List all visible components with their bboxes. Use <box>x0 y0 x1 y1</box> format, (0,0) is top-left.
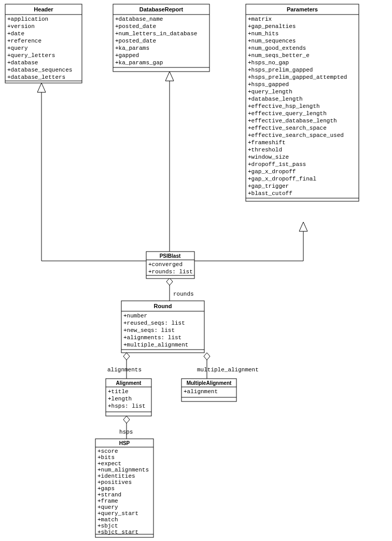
svg-text:DatabaseReport: DatabaseReport <box>139 6 184 12</box>
class-psiblast: PSIBlast +converged +rounds: list <box>146 252 194 279</box>
svg-text:+alignments: list: +alignments: list <box>123 335 181 341</box>
svg-text:+frameshift: +frameshift <box>248 140 286 146</box>
svg-text:+query: +query <box>7 45 28 51</box>
svg-marker-3 <box>166 278 173 285</box>
svg-text:+version: +version <box>7 23 35 30</box>
svg-text:+posted_date: +posted_date <box>115 23 156 30</box>
svg-marker-0 <box>37 83 46 92</box>
svg-text:+hsps_no_gap: +hsps_no_gap <box>248 60 289 66</box>
svg-text:+gap_x_dropoff_final: +gap_x_dropoff_final <box>248 176 316 182</box>
svg-text:+expect: +expect <box>97 461 121 467</box>
class-alignment: Alignment +title +length +hsps: list <box>106 379 151 416</box>
svg-text:MultipleAlignment: MultipleAlignment <box>187 380 232 386</box>
svg-text:+gap_penalties: +gap_penalties <box>248 23 296 30</box>
svg-text:+sbjct: +sbjct <box>97 523 118 529</box>
svg-text:+rounds: list: +rounds: list <box>148 269 193 275</box>
svg-text:+hsps: list: +hsps: list <box>108 403 146 409</box>
svg-text:+length: +length <box>108 396 132 402</box>
rel-multiplealign-label: multiple_alignment <box>197 367 259 373</box>
svg-text:+database_name: +database_name <box>115 16 163 22</box>
svg-text:+database: +database <box>7 60 38 66</box>
svg-text:+matrix: +matrix <box>248 16 272 22</box>
svg-text:+blast_cutoff: +blast_cutoff <box>248 190 292 197</box>
svg-text:+number: +number <box>123 313 147 319</box>
class-hsp: HSP +score +bits +expect +num_alignments… <box>95 439 153 537</box>
svg-marker-1 <box>165 72 174 81</box>
svg-text:+query: +query <box>97 504 118 510</box>
svg-text:+positives: +positives <box>97 479 132 485</box>
svg-text:+effective_query_length: +effective_query_length <box>248 110 327 117</box>
svg-text:Header: Header <box>34 6 53 12</box>
svg-text:+date: +date <box>7 31 24 37</box>
svg-text:+title: +title <box>108 389 129 395</box>
svg-text:Parameters: Parameters <box>287 6 318 12</box>
class-parameters: Parameters +matrix +gap_penalties +num_h… <box>246 4 359 201</box>
svg-text:+dropoff_1st_pass: +dropoff_1st_pass <box>248 161 306 168</box>
svg-text:HSP: HSP <box>119 440 130 446</box>
svg-text:+identities: +identities <box>97 473 135 479</box>
svg-text:+query_start: +query_start <box>97 510 138 517</box>
svg-text:+hsps_prelim_gapped_attempted: +hsps_prelim_gapped_attempted <box>248 74 347 80</box>
svg-text:+multiple_alignment: +multiple_alignment <box>123 342 188 348</box>
svg-text:+window_size: +window_size <box>248 154 289 160</box>
svg-text:+strand: +strand <box>97 492 121 498</box>
svg-text:+num_letters_in_database: +num_letters_in_database <box>115 31 197 37</box>
svg-text:+gapped: +gapped <box>115 52 139 59</box>
svg-marker-6 <box>123 416 130 423</box>
rel-hsps-label: hsps <box>119 429 133 435</box>
rel-rounds-label: rounds <box>173 291 194 297</box>
svg-text:Round: Round <box>154 303 172 309</box>
svg-text:+effective_database_length: +effective_database_length <box>248 118 337 124</box>
svg-text:+query_length: +query_length <box>248 89 292 95</box>
svg-text:+hsps_prelim_gapped: +hsps_prelim_gapped <box>248 67 313 73</box>
svg-text:+effective_search_space_used: +effective_search_space_used <box>248 132 344 138</box>
svg-text:+num_hits: +num_hits <box>248 31 278 37</box>
gen-psiblast-parameters <box>194 231 303 261</box>
rel-alignments-label: alignments <box>107 367 142 373</box>
svg-text:+bits: +bits <box>97 454 115 461</box>
svg-text:+new_seqs: list: +new_seqs: list <box>123 327 175 334</box>
svg-text:+alignment: +alignment <box>184 389 218 395</box>
svg-text:+reference: +reference <box>7 38 41 44</box>
svg-text:+num_sequences: +num_sequences <box>248 38 296 44</box>
svg-text:+num_alignments: +num_alignments <box>97 467 149 473</box>
svg-text:+database_letters: +database_letters <box>7 74 65 80</box>
svg-text:+num_seqs_better_e: +num_seqs_better_e <box>248 52 310 59</box>
svg-marker-5 <box>204 353 210 360</box>
svg-text:+posted_date: +posted_date <box>115 38 156 44</box>
svg-text:+hsps_gapped: +hsps_gapped <box>248 81 289 88</box>
svg-text:+reused_seqs: list: +reused_seqs: list <box>123 320 185 326</box>
svg-text:+converged: +converged <box>148 261 183 268</box>
class-multiplealignment: MultipleAlignment +alignment <box>181 379 236 401</box>
gen-psiblast-header <box>41 92 146 261</box>
svg-text:+num_good_extends: +num_good_extends <box>248 45 306 51</box>
svg-text:+match: +match <box>97 517 118 523</box>
svg-text:+gap_x_dropoff: +gap_x_dropoff <box>248 169 296 175</box>
svg-text:+application: +application <box>7 16 48 22</box>
class-header: Header +application +version +date +refe… <box>5 4 82 83</box>
svg-text:+database_length: +database_length <box>248 96 303 102</box>
class-databasereport: DatabaseReport +database_name +posted_da… <box>113 4 209 72</box>
svg-text:+effective_hsp_length: +effective_hsp_length <box>248 103 320 109</box>
svg-text:+ka_params: +ka_params <box>115 45 149 51</box>
svg-text:PSIBlast: PSIBlast <box>160 253 181 259</box>
svg-marker-2 <box>299 222 307 231</box>
class-round: Round +number +reused_seqs: list +new_se… <box>121 301 204 353</box>
svg-text:Alignment: Alignment <box>116 380 142 386</box>
svg-text:+gaps: +gaps <box>97 485 115 492</box>
svg-text:+frame: +frame <box>97 498 118 504</box>
svg-text:+ka_params_gap: +ka_params_gap <box>115 60 163 66</box>
svg-text:+threshold: +threshold <box>248 147 282 153</box>
svg-text:+score: +score <box>97 448 118 454</box>
svg-text:+database_sequences: +database_sequences <box>7 67 72 73</box>
svg-marker-4 <box>123 353 130 360</box>
svg-text:+query_letters: +query_letters <box>7 52 55 59</box>
svg-text:+effective_search_space: +effective_search_space <box>248 125 327 131</box>
svg-text:+gap_trigger: +gap_trigger <box>248 183 289 189</box>
